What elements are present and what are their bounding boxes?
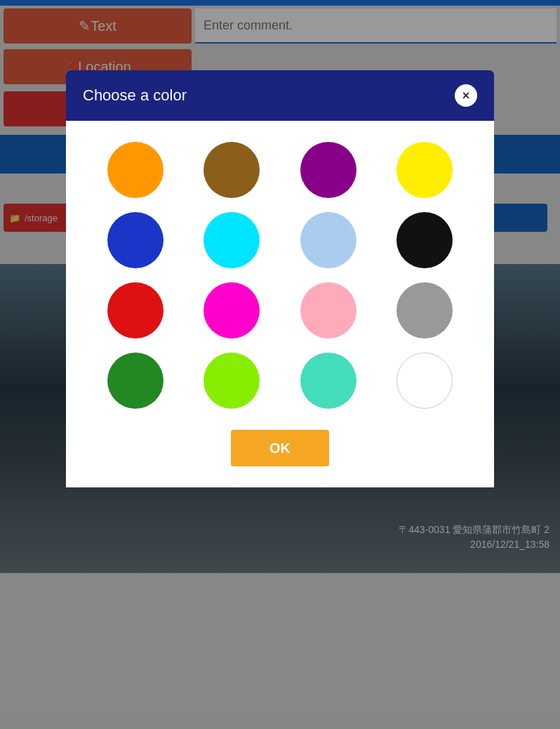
modal-header: Choose a color × [66, 70, 494, 121]
color-swatch-green[interactable] [107, 353, 164, 409]
color-swatch-gray[interactable] [396, 282, 453, 339]
color-swatch-brown[interactable] [204, 142, 260, 198]
color-picker-modal: Choose a color × OK [66, 70, 494, 487]
color-swatch-magenta[interactable] [204, 282, 260, 339]
color-swatch-light-blue[interactable] [300, 212, 356, 268]
color-swatch-lime[interactable] [204, 353, 260, 409]
color-swatch-cyan[interactable] [204, 212, 260, 268]
modal-body: OK [66, 121, 494, 487]
color-swatch-purple[interactable] [300, 142, 356, 198]
color-swatch-turquoise[interactable] [300, 353, 356, 409]
color-swatch-blue[interactable] [107, 212, 164, 268]
color-swatch-yellow[interactable] [396, 142, 453, 198]
color-swatch-orange[interactable] [107, 142, 164, 198]
color-swatch-pink[interactable] [300, 282, 356, 339]
ok-button[interactable]: OK [231, 430, 329, 466]
modal-overlay: Choose a color × OK [0, 0, 560, 729]
close-icon: × [462, 88, 470, 103]
color-grid [94, 142, 466, 409]
modal-close-button[interactable]: × [455, 84, 477, 107]
modal-title: Choose a color [83, 86, 187, 105]
color-swatch-black[interactable] [396, 212, 453, 268]
color-swatch-white[interactable] [396, 353, 453, 409]
color-swatch-red[interactable] [107, 282, 164, 339]
ok-label: OK [269, 440, 291, 456]
